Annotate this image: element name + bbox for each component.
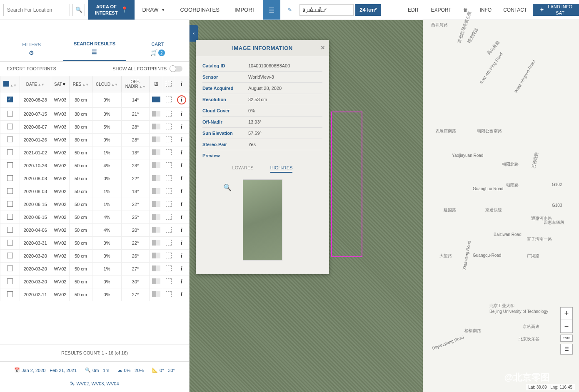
show-all-footprints-toggle[interactable] [170,66,182,72]
row-info-button[interactable]: i [181,253,182,259]
collapse-panel-button[interactable]: ‹ [190,25,198,42]
col-info[interactable]: i [174,76,189,92]
table-row[interactable]: 2020-08-28WV0330 cm0%14°i [0,92,189,108]
info-button[interactable]: INFO [474,7,498,13]
row-checkbox[interactable] [7,175,13,181]
table-row[interactable]: 2020-06-07WV0330 cm5%28°i [0,121,189,134]
land-info-sat-button[interactable]: ✦ LAND INFO SAT [533,4,579,16]
location-search-input[interactable] [3,4,70,16]
footprint-toggle[interactable] [166,240,172,246]
preview-toggle[interactable] [152,253,160,258]
row-checkbox[interactable] [7,111,13,117]
footprint-toggle[interactable] [166,111,172,117]
row-info-button[interactable]: i [181,149,182,156]
contact-button[interactable]: CONTACT [497,7,533,13]
row-info-button[interactable]: i [181,136,182,143]
coordinates-button[interactable]: COORDINATES [173,0,227,20]
preview-toggle[interactable] [152,227,160,233]
row-checkbox[interactable] [7,214,13,220]
row-info-button[interactable]: i [181,278,182,285]
row-checkbox[interactable] [7,188,13,194]
row-checkbox[interactable] [7,265,13,271]
col-sat[interactable]: SAT▼ [51,76,70,92]
footprint-toggle[interactable] [166,265,172,271]
row-checkbox[interactable] [7,291,13,297]
row-checkbox[interactable] [7,201,13,207]
row-info-button[interactable]: i [181,240,182,246]
preview-toggle[interactable] [152,149,160,155]
row-info-button[interactable]: i [181,175,182,181]
row-info-button[interactable]: i [181,265,182,272]
zoom-in-button[interactable]: + [561,308,572,320]
tab-search-results[interactable]: SEARCH RESULTS ☰ [63,37,126,61]
row-checkbox[interactable] [7,278,13,284]
row-info-button[interactable]: i [181,111,182,117]
table-row[interactable]: 2020-01-26WV0330 cm0%28°i [0,134,189,146]
row-checkbox[interactable] [7,162,13,168]
footprint-toggle[interactable] [166,149,172,155]
row-info-button[interactable]: i [181,201,182,207]
preview-toggle[interactable] [152,175,160,181]
preview-toggle[interactable] [152,278,160,284]
col-res[interactable]: RES▲▼ [70,76,92,92]
col-cloud[interactable]: CLOUD▲▼ [92,76,122,92]
col-cart[interactable]: ▲▼ [0,76,20,92]
footprint-toggle[interactable] [166,162,172,168]
export-button[interactable]: EXPORT [425,7,457,13]
edit-polygon-icon[interactable]: ✎ [280,0,299,20]
preview-image[interactable] [243,179,282,261]
footprint-toggle[interactable] [166,136,172,142]
row-info-button[interactable]: i [181,214,182,220]
zoom-out-button[interactable]: − [561,320,572,332]
row-checkbox[interactable] [7,136,13,142]
row-checkbox[interactable] [7,124,13,129]
row-checkbox[interactable] [7,227,13,233]
aoi-footprint-overlay[interactable] [331,112,362,257]
basemap-esri-button[interactable]: ESRI [560,335,573,342]
preview-toggle[interactable] [152,97,160,102]
footprint-toggle[interactable] [166,188,172,194]
footprint-toggle[interactable] [166,227,172,233]
layer-toggle-button[interactable]: ☰ [560,344,573,355]
row-info-button[interactable]: i [181,188,182,194]
preview-toggle[interactable] [152,214,160,220]
footprint-toggle[interactable] [166,201,172,207]
preview-toggle[interactable] [152,162,160,168]
preview-tab-highres[interactable]: HIGH-RES [270,165,293,173]
polygons-button[interactable]: ☰ [263,0,280,20]
row-info-button[interactable]: i [181,124,182,130]
popup-close-button[interactable]: × [321,44,325,52]
row-checkbox[interactable] [7,253,13,258]
table-row[interactable]: 2020-08-03WV0250 cm1%18°i [0,185,189,198]
footprint-toggle[interactable] [166,291,172,297]
footprint-toggle[interactable] [166,175,172,181]
footprint-toggle[interactable] [166,278,172,284]
polygon-name-input[interactable] [299,4,354,16]
table-row[interactable]: 2020-06-15WV0250 cm1%22°i [0,198,189,211]
area-of-interest-button[interactable]: AREA OF INTEREST 📍 [88,0,135,20]
col-preview[interactable]: 🖼 [149,76,163,92]
tab-cart[interactable]: CART 🛒2 [126,37,189,61]
footprint-toggle[interactable] [166,124,172,129]
table-row[interactable]: 2020-03-20WV0250 cm0%26°i [0,250,189,263]
preview-toggle[interactable] [152,240,160,246]
preview-tab-lowres[interactable]: LOW-RES [232,165,254,173]
draw-menu[interactable]: DRAW ▼ [135,0,172,20]
export-footprints-link[interactable]: EXPORT FOOTPRINTS [7,66,56,71]
table-row[interactable]: 2020-06-15WV0250 cm4%25°i [0,211,189,224]
table-row[interactable]: 2020-07-15WV0330 cm0%21°i [0,108,189,121]
row-checkbox[interactable] [7,149,13,155]
row-info-button[interactable]: i [181,227,182,233]
preview-toggle[interactable] [152,136,160,142]
row-checkbox[interactable] [7,97,13,102]
row-info-button[interactable]: i [181,162,182,169]
preview-toggle[interactable] [152,124,160,129]
table-row[interactable]: 2020-03-20WV0250 cm1%27°i [0,263,189,275]
preview-toggle[interactable] [152,291,160,297]
table-row[interactable]: 2020-02-11WV0250 cm0%27°i [0,288,189,301]
table-row[interactable]: 2020-04-06WV0250 cm4%20°i [0,224,189,237]
preview-toggle[interactable] [152,265,160,271]
col-off-nadir[interactable]: OFF- NADIR▲▼ [122,76,149,92]
row-info-button[interactable]: i [177,95,186,104]
footprint-toggle[interactable] [166,214,172,220]
